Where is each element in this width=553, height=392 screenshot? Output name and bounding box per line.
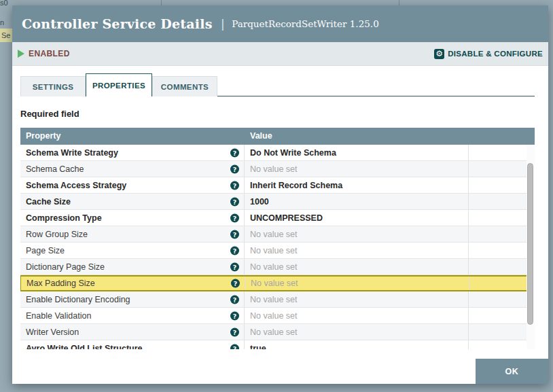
help-icon[interactable]: ? xyxy=(230,311,239,320)
help-icon[interactable]: ? xyxy=(230,213,239,222)
table-row[interactable]: Enable Dictionary Encoding?No value set xyxy=(20,291,535,308)
required-field-label: Required field xyxy=(20,109,79,119)
disable-configure-button[interactable]: ⚙ DISABLE & CONFIGURE xyxy=(434,49,543,59)
help-icon[interactable]: ? xyxy=(230,246,239,255)
property-name-cell: Schema Access Strategy? xyxy=(20,177,245,193)
property-name-cell: Avro Write Old List Structure? xyxy=(20,340,245,349)
help-icon[interactable]: ? xyxy=(231,279,240,288)
row-extra-cell xyxy=(469,243,527,258)
table-scrollbar-thumb[interactable] xyxy=(527,163,533,325)
property-name: Cache Size xyxy=(26,197,71,207)
row-extra-cell xyxy=(469,145,527,160)
property-name-cell: Row Group Size? xyxy=(20,226,245,242)
tab-comments[interactable]: COMMENTS xyxy=(152,76,217,96)
property-name: Compression Type xyxy=(26,213,102,223)
property-value-cell[interactable]: Inherit Record Schema xyxy=(245,177,469,193)
property-name-cell: Page Size? xyxy=(20,243,245,258)
property-name: Enable Validation xyxy=(26,311,91,321)
table-row[interactable]: Enable Validation?No value set xyxy=(20,308,535,324)
property-value-cell[interactable]: No value set xyxy=(245,259,469,274)
help-icon[interactable]: ? xyxy=(230,197,239,206)
property-name: Page Size xyxy=(26,246,65,255)
property-value-cell[interactable]: No value set xyxy=(245,324,469,340)
backdrop-text-fragment: Se xyxy=(1,31,10,39)
dialog-title: Controller Service Details xyxy=(22,16,213,31)
property-name-cell: Max Padding Size? xyxy=(21,277,245,290)
property-value-cell[interactable]: UNCOMPRESSED xyxy=(245,210,469,226)
property-name-cell: Dictionary Page Size? xyxy=(20,259,245,274)
property-name: Max Padding Size xyxy=(26,279,95,288)
ok-button[interactable]: OK xyxy=(476,359,548,384)
property-name: Row Group Size xyxy=(26,230,88,239)
row-extra-cell xyxy=(469,340,527,349)
table-row[interactable]: Max Padding Size?No value set xyxy=(20,275,535,291)
tab-bar: SETTINGSPROPERTIESCOMMENTS xyxy=(20,73,217,96)
column-header-property: Property xyxy=(26,128,60,145)
property-value-cell[interactable]: No value set xyxy=(245,277,469,290)
property-name-cell: Schema Write Strategy? xyxy=(20,145,245,160)
table-row[interactable]: Page Size?No value set xyxy=(20,243,535,259)
row-extra-cell xyxy=(469,161,527,177)
screen: s0 n Se Controller Service Details | Par… xyxy=(0,0,553,392)
property-value-cell[interactable]: 1000 xyxy=(245,194,469,209)
table-row[interactable]: Avro Write Old List Structure?true xyxy=(20,340,535,349)
property-value-cell[interactable]: Do Not Write Schema xyxy=(245,145,469,160)
property-value-cell[interactable]: No value set xyxy=(245,291,469,307)
table-scrollbar-track[interactable] xyxy=(527,145,535,349)
help-icon[interactable]: ? xyxy=(230,181,239,190)
table-row[interactable]: Cache Size?1000 xyxy=(20,194,535,210)
enabled-play-icon xyxy=(18,50,24,58)
help-icon[interactable]: ? xyxy=(230,262,239,271)
row-extra-cell xyxy=(469,324,527,340)
property-name: Schema Access Strategy xyxy=(26,181,126,190)
property-name-cell: Writer Version? xyxy=(20,324,245,340)
column-header-value: Value xyxy=(250,128,272,145)
property-value-cell[interactable]: true xyxy=(245,340,469,349)
table-row[interactable]: Schema Access Strategy?Inherit Record Sc… xyxy=(20,177,535,194)
table-row[interactable]: Writer Version?No value set xyxy=(20,324,535,340)
backdrop-grid-line xyxy=(399,0,399,5)
property-name-cell: Cache Size? xyxy=(20,194,245,209)
tab-settings[interactable]: SETTINGS xyxy=(20,76,86,96)
service-type-version: ParquetRecordSetWriter 1.25.0 xyxy=(232,18,378,29)
property-value-cell[interactable]: No value set xyxy=(245,243,469,258)
properties-table-body: Schema Write Strategy?Do Not Write Schem… xyxy=(20,145,535,349)
help-icon[interactable]: ? xyxy=(230,230,239,238)
table-row[interactable]: Compression Type?UNCOMPRESSED xyxy=(20,210,535,226)
gear-icon: ⚙ xyxy=(434,49,444,59)
table-row[interactable]: Schema Write Strategy?Do Not Write Schem… xyxy=(20,145,535,161)
row-extra-cell xyxy=(469,194,527,209)
property-value-cell[interactable]: No value set xyxy=(245,161,469,177)
row-extra-cell xyxy=(469,226,527,242)
property-name: Avro Write Old List Structure xyxy=(26,344,143,350)
table-row[interactable]: Schema Cache?No value set xyxy=(20,161,535,177)
backdrop-text-fragment: s0 xyxy=(0,0,8,7)
help-icon[interactable]: ? xyxy=(230,295,239,304)
help-icon[interactable]: ? xyxy=(230,148,239,157)
enabled-status-label: ENABLED xyxy=(29,49,70,58)
table-row[interactable]: Dictionary Page Size?No value set xyxy=(20,259,535,275)
dialog-header: Controller Service Details | ParquetReco… xyxy=(12,5,548,42)
property-name-cell: Compression Type? xyxy=(20,210,245,226)
tab-properties[interactable]: PROPERTIES xyxy=(86,73,152,96)
title-separator: | xyxy=(221,17,225,31)
row-extra-cell xyxy=(469,210,527,226)
property-name: Enable Dictionary Encoding xyxy=(26,295,130,304)
property-name: Writer Version xyxy=(26,327,79,337)
service-status-bar: ENABLED ⚙ DISABLE & CONFIGURE xyxy=(12,42,548,66)
property-value-cell[interactable]: No value set xyxy=(245,308,469,323)
backdrop-grid-line xyxy=(161,0,162,5)
controller-service-details-dialog: Controller Service Details | ParquetReco… xyxy=(12,5,548,384)
property-value-cell[interactable]: No value set xyxy=(245,226,469,242)
properties-table-header: Property Value xyxy=(20,128,535,145)
property-name-cell: Enable Dictionary Encoding? xyxy=(20,291,245,307)
help-icon[interactable]: ? xyxy=(230,344,239,349)
table-row[interactable]: Row Group Size?No value set xyxy=(20,226,535,243)
backdrop-text-fragment: n xyxy=(0,18,4,26)
property-name: Schema Write Strategy xyxy=(26,148,118,158)
row-extra-cell xyxy=(469,177,527,193)
help-icon[interactable]: ? xyxy=(230,327,239,336)
property-name-cell: Schema Cache? xyxy=(20,161,245,177)
help-icon[interactable]: ? xyxy=(230,164,239,173)
disable-configure-label: DISABLE & CONFIGURE xyxy=(448,50,543,58)
